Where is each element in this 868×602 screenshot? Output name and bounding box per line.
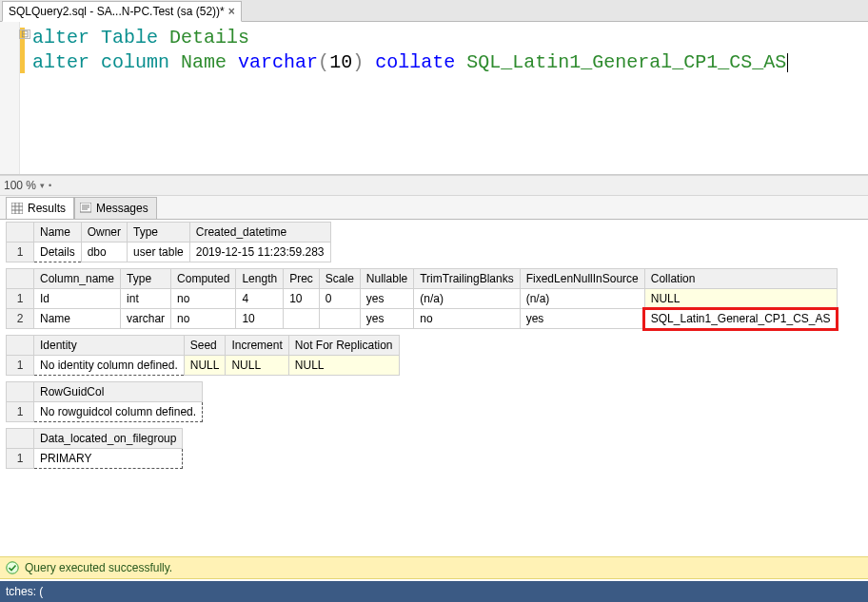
svg-point-9: [7, 562, 18, 573]
table-header-row: Data_located_on_filegroup: [7, 429, 183, 449]
rownum: 1: [7, 289, 34, 309]
cell[interactable]: 10: [284, 289, 320, 309]
cell[interactable]: int: [121, 289, 171, 309]
col-header[interactable]: RowGuidCol: [34, 382, 203, 402]
tab-messages[interactable]: Messages: [74, 197, 157, 220]
cell[interactable]: NULL: [226, 356, 288, 376]
keyword: alter: [32, 27, 89, 49]
cell[interactable]: Name: [34, 309, 121, 329]
cell[interactable]: No rowguidcol column defined.: [34, 402, 203, 422]
number: 10: [329, 51, 352, 73]
col-header[interactable]: Type: [121, 269, 171, 289]
document-tab-label: SQLQuery2.sql - SA...N-PC.Test (sa (52))…: [9, 5, 225, 18]
cell[interactable]: dbo: [81, 243, 127, 262]
cell[interactable]: yes: [360, 289, 413, 309]
cell[interactable]: Id: [34, 289, 121, 309]
cell[interactable]: 10: [236, 309, 284, 329]
cell[interactable]: (n/a): [414, 289, 520, 309]
cell[interactable]: 4: [236, 289, 284, 309]
cell[interactable]: NULL: [184, 356, 226, 376]
table-row[interactable]: 1 No identity column defined. NULL NULL …: [7, 356, 400, 376]
text-caret: [787, 53, 788, 72]
rownum: 1: [7, 356, 34, 376]
cell[interactable]: no: [171, 309, 236, 329]
cell[interactable]: 2019-12-15 11:23:59.283: [189, 243, 330, 262]
col-header[interactable]: Increment: [226, 336, 288, 356]
table-row[interactable]: 2 Name varchar no 10 yes no yes SQL_Lati…: [7, 309, 838, 329]
cell[interactable]: yes: [360, 309, 413, 329]
cell[interactable]: (n/a): [520, 289, 644, 309]
paren: (: [318, 51, 329, 73]
rownum-header: [7, 429, 34, 449]
cell[interactable]: varchar: [121, 309, 171, 329]
identifier: Details: [169, 27, 249, 49]
col-header[interactable]: Identity: [34, 336, 185, 356]
table-row[interactable]: 1 No rowguidcol column defined.: [7, 402, 203, 422]
col-header[interactable]: Owner: [81, 223, 127, 243]
col-header[interactable]: Created_datetime: [189, 223, 330, 243]
col-header[interactable]: Computed: [171, 269, 236, 289]
rownum-header: [7, 336, 34, 356]
col-header[interactable]: Prec: [284, 269, 320, 289]
cell-collation-highlight[interactable]: SQL_Latin1_General_CP1_CS_AS: [644, 309, 837, 329]
table-row[interactable]: 1 Id int no 4 10 0 yes (n/a) (n/a) NULL: [7, 289, 838, 309]
cell[interactable]: 0: [319, 289, 360, 309]
splitter-dot[interactable]: •: [49, 181, 51, 190]
col-header[interactable]: Collation: [644, 269, 837, 289]
cell[interactable]: [284, 309, 320, 329]
tab-results-label: Results: [28, 202, 66, 215]
sql-editor[interactable]: ⊟ alter Table Details alter column Name …: [0, 22, 868, 175]
result-grid-meta[interactable]: Name Owner Type Created_datetime 1 Detai…: [6, 222, 331, 262]
table-header-row: Name Owner Type Created_datetime: [7, 223, 331, 243]
keyword: Table: [101, 27, 158, 49]
collapse-icon[interactable]: ⊟: [19, 29, 30, 39]
zoom-value[interactable]: 100 %: [4, 179, 36, 192]
col-header[interactable]: Scale: [319, 269, 360, 289]
col-header[interactable]: Column_name: [34, 269, 121, 289]
cell[interactable]: Details: [34, 243, 82, 262]
col-header[interactable]: Type: [128, 223, 190, 243]
cell[interactable]: NULL: [288, 356, 399, 376]
result-grid-filegroup[interactable]: Data_located_on_filegroup 1 PRIMARY: [6, 428, 183, 469]
cell[interactable]: PRIMARY: [34, 449, 183, 469]
table-row[interactable]: 1 Details dbo user table 2019-12-15 11:2…: [7, 243, 331, 262]
cell[interactable]: [319, 309, 360, 329]
results-panel[interactable]: Name Owner Type Created_datetime 1 Detai…: [0, 220, 868, 534]
col-header[interactable]: FixedLenNullInSource: [520, 269, 644, 289]
status-message: Query executed successfully.: [25, 561, 172, 574]
col-header[interactable]: Not For Replication: [288, 336, 399, 356]
result-grid-columns[interactable]: Column_name Type Computed Length Prec Sc…: [6, 268, 838, 329]
rownum-header: [7, 223, 34, 243]
document-tabbar: SQLQuery2.sql - SA...N-PC.Test (sa (52))…: [0, 0, 868, 22]
cell[interactable]: No identity column defined.: [34, 356, 185, 376]
col-header[interactable]: Seed: [184, 336, 226, 356]
status-bar: Query executed successfully.: [0, 556, 868, 579]
collation-name: SQL_Latin1_General_CP1_CS_AS: [466, 51, 786, 73]
rownum-header: [7, 269, 34, 289]
bottom-text: tches: (: [6, 585, 43, 598]
result-grid-identity[interactable]: Identity Seed Increment Not For Replicat…: [6, 335, 400, 376]
cell[interactable]: yes: [520, 309, 644, 329]
chevron-down-icon[interactable]: ▾: [40, 181, 45, 190]
close-icon[interactable]: ×: [228, 5, 235, 18]
col-header[interactable]: Nullable: [360, 269, 413, 289]
rownum: 2: [7, 309, 34, 329]
grid-icon: [10, 202, 24, 215]
cell[interactable]: NULL: [644, 289, 837, 309]
result-grid-rowguid[interactable]: RowGuidCol 1 No rowguidcol column define…: [6, 381, 203, 422]
editor-code[interactable]: alter Table Details alter column Name va…: [32, 26, 788, 75]
col-header[interactable]: Length: [236, 269, 284, 289]
keyword: alter: [32, 51, 89, 73]
editor-gutter: [0, 22, 20, 174]
table-row[interactable]: 1 PRIMARY: [7, 449, 183, 469]
cell[interactable]: user table: [128, 243, 190, 262]
cell[interactable]: no: [414, 309, 520, 329]
col-header[interactable]: Name: [34, 223, 82, 243]
document-tab[interactable]: SQLQuery2.sql - SA...N-PC.Test (sa (52))…: [2, 1, 242, 22]
col-header[interactable]: TrimTrailingBlanks: [414, 269, 520, 289]
cell[interactable]: no: [171, 289, 236, 309]
bottom-bar: tches: (: [0, 581, 868, 602]
keyword: collate: [375, 51, 455, 73]
tab-results[interactable]: Results: [6, 197, 74, 219]
col-header[interactable]: Data_located_on_filegroup: [34, 429, 183, 449]
